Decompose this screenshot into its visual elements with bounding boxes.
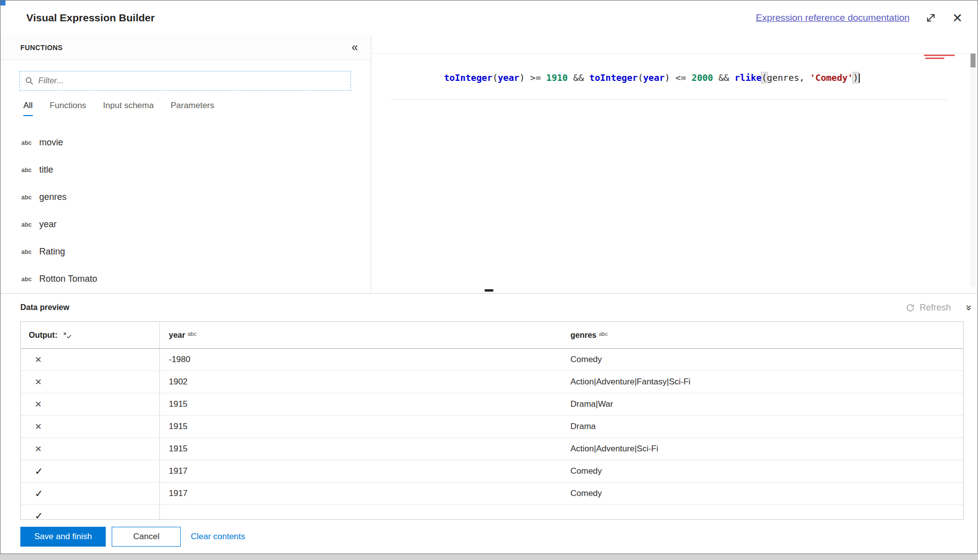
clear-contents-link[interactable]: Clear contents xyxy=(191,532,245,542)
row-included-check-icon: ✓ xyxy=(35,510,43,520)
close-icon[interactable]: ✕ xyxy=(952,12,963,24)
code-token: genres, xyxy=(767,72,810,83)
code-token: && xyxy=(718,72,729,83)
tab-parameters[interactable]: Parameters xyxy=(171,101,214,116)
window-corner-artifact xyxy=(0,0,5,5)
year-cell: 1915 xyxy=(160,416,565,437)
row-included-check-icon: ✓ xyxy=(35,465,43,477)
refresh-label: Refresh xyxy=(919,303,951,313)
minimap-error-marks xyxy=(924,55,955,59)
code-token: ) xyxy=(853,72,858,83)
genres-cell xyxy=(565,505,963,520)
output-cell: ✕ xyxy=(21,416,160,437)
code-token: && xyxy=(573,72,584,83)
collapse-preview-icon[interactable]: « xyxy=(963,305,973,311)
string-type-icon: abc xyxy=(21,276,39,283)
refresh-icon xyxy=(906,303,915,312)
titlebar: Visual Expression Builder Expression ref… xyxy=(0,0,978,35)
tab-all[interactable]: All xyxy=(23,101,33,116)
table-row: ✕1915Drama xyxy=(21,416,963,438)
expression-reference-doc-link[interactable]: Expression reference documentation xyxy=(756,12,909,23)
year-cell: 1915 xyxy=(160,438,565,460)
expression-input[interactable]: toInteger(year) >= 1910 && toInteger(yea… xyxy=(390,58,948,100)
code-token: year xyxy=(643,72,664,83)
schema-item-label: Rotton Tomato xyxy=(39,274,97,284)
schema-item-rotton-tomato[interactable]: abcRotton Tomato xyxy=(0,265,371,293)
functions-panel-header: FUNCTIONS « xyxy=(0,35,371,60)
year-cell: 1917 xyxy=(160,460,565,482)
string-type-icon: abc xyxy=(21,221,39,228)
refresh-button[interactable]: Refresh xyxy=(906,303,951,313)
output-toggle-icon[interactable] xyxy=(63,331,71,339)
cancel-button[interactable]: Cancel xyxy=(112,527,181,547)
year-cell: -1980 xyxy=(160,349,565,371)
code-token: year xyxy=(498,72,519,83)
output-cell: ✓ xyxy=(21,460,160,482)
save-and-finish-button[interactable]: Save and finish xyxy=(20,527,106,547)
code-token: 1910 xyxy=(546,72,567,83)
year-type-icon: abc xyxy=(188,331,197,337)
expand-fullscreen-icon[interactable] xyxy=(925,12,936,23)
tab-input-schema[interactable]: Input schema xyxy=(103,101,154,116)
string-type-icon: abc xyxy=(21,167,39,174)
code-token: ( xyxy=(762,72,767,83)
row-excluded-cross-icon: ✕ xyxy=(35,399,42,410)
code-token xyxy=(584,72,589,83)
row-excluded-cross-icon: ✕ xyxy=(35,422,42,432)
code-token: ) xyxy=(665,72,676,83)
schema-item-label: movie xyxy=(39,137,63,148)
row-excluded-cross-icon: ✕ xyxy=(35,377,42,387)
functions-tabs: AllFunctionsInput schemaParameters xyxy=(23,101,371,116)
collapse-panel-icon[interactable]: « xyxy=(351,42,358,53)
editor-scrollbar[interactable] xyxy=(970,54,976,287)
genres-cell: Drama xyxy=(565,416,963,437)
table-row: ✕1902Action|Adventure|Fantasy|Sci-Fi xyxy=(21,371,963,393)
output-cell: ✕ xyxy=(21,393,160,415)
titlebar-actions: Expression reference documentation ✕ xyxy=(756,12,963,24)
data-preview-actions: Refresh « xyxy=(906,303,971,313)
genres-cell: Action|Adventure|Fantasy|Sci-Fi xyxy=(565,371,963,393)
year-cell: 1915 xyxy=(160,393,565,415)
expression-editor: toInteger(year) >= 1910 && toInteger(yea… xyxy=(371,35,978,293)
schema-item-label: genres xyxy=(39,192,67,202)
schema-item-title[interactable]: abctitle xyxy=(0,156,371,184)
code-token: toInteger xyxy=(444,72,492,83)
genres-type-icon: abc xyxy=(599,331,608,337)
tab-functions[interactable]: Functions xyxy=(50,101,86,116)
expression-code: toInteger(year) >= 1910 && toInteger(yea… xyxy=(444,72,860,83)
data-preview-title: Data preview xyxy=(20,303,70,312)
column-header-genres[interactable]: genres abc xyxy=(565,322,963,348)
output-cell: ✓ xyxy=(21,505,160,520)
code-token xyxy=(541,72,547,83)
data-preview-header: Data preview Refresh « xyxy=(0,294,978,321)
column-header-year[interactable]: year abc xyxy=(160,322,565,348)
schema-item-label: Rating xyxy=(39,247,65,257)
schema-item-label: title xyxy=(39,165,53,175)
schema-item-genres[interactable]: abcgenres xyxy=(0,184,371,211)
filter-input[interactable] xyxy=(38,76,346,86)
code-token: <= xyxy=(676,72,687,83)
schema-item-movie[interactable]: abcmovie xyxy=(0,129,371,156)
output-cell: ✕ xyxy=(21,371,160,393)
string-type-icon: abc xyxy=(21,139,39,146)
splitter-handle[interactable] xyxy=(485,289,493,292)
main-area: FUNCTIONS « AllFunctionsInput schemaPara… xyxy=(0,35,978,293)
editor-scrollbar-thumb[interactable] xyxy=(971,54,976,67)
panel-splitter[interactable] xyxy=(0,293,978,294)
year-cell: 1902 xyxy=(160,371,565,393)
column-header-output[interactable]: Output: xyxy=(21,322,160,348)
code-token: ( xyxy=(492,72,498,83)
table-row: ✓ xyxy=(21,505,963,520)
schema-item-rating[interactable]: abcRating xyxy=(0,238,371,265)
row-excluded-cross-icon: ✕ xyxy=(35,444,42,454)
code-token: 'Comedy' xyxy=(810,72,853,83)
row-included-check-icon: ✓ xyxy=(35,488,43,499)
schema-item-year[interactable]: abcyear xyxy=(0,211,371,238)
code-token: rlike xyxy=(735,72,762,83)
string-type-icon: abc xyxy=(21,249,39,255)
code-token: toInteger xyxy=(589,72,638,83)
code-token xyxy=(568,72,573,83)
output-cell: ✓ xyxy=(21,483,160,504)
genres-cell: Comedy xyxy=(565,349,963,371)
functions-panel: FUNCTIONS « AllFunctionsInput schemaPara… xyxy=(0,35,371,293)
